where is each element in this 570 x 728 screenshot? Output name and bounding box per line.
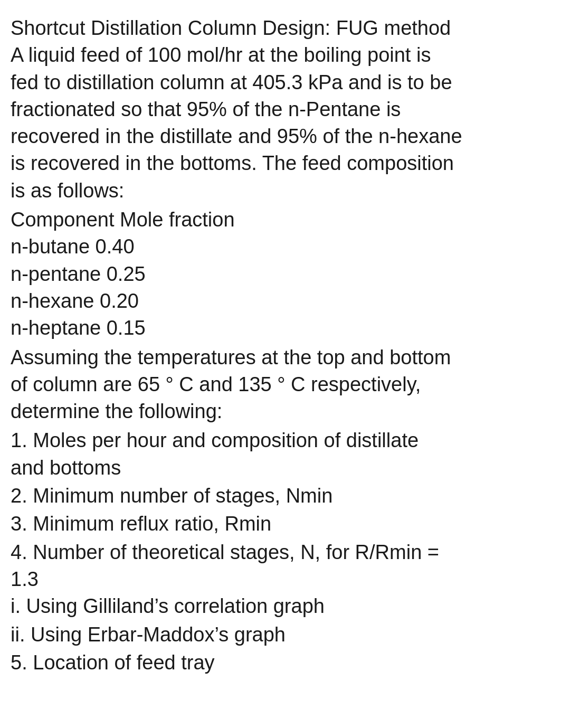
q4-line2: 1.3 [11,566,559,593]
component-table: Component Mole fraction n-butane 0.40 n-… [11,206,559,342]
q4-sub-ii: ii. Using Erbar-Maddox’s graph [11,621,559,648]
q4-line1: 4. Number of theoretical stages, N, for … [11,539,559,566]
table-row: n-butane 0.40 [11,233,559,260]
intro-line-1: Shortcut Distillation Column Design: FUG… [11,15,559,42]
table-header: Component Mole fraction [11,206,559,233]
main-content: Shortcut Distillation Column Design: FUG… [11,15,559,676]
component-1-name: n-butane [11,235,90,258]
intro-line-5: recovered in the distillate and 95% of t… [11,123,559,150]
q1-line2: and bottoms [11,455,559,481]
intro-line-7: is as follows: [11,177,559,204]
question-2: 2. Minimum number of stages, Nmin [11,483,559,509]
temp-line-1: Assuming the temperatures at the top and… [11,344,559,371]
intro-line-4: fractionated so that 95% of the n-Pentan… [11,96,559,123]
q4-sub-i: i. Using Gilliland’s correlation graph [11,593,559,620]
temperature-paragraph: Assuming the temperatures at the top and… [11,344,559,426]
question-5: 5. Location of feed tray [11,649,559,676]
intro-line-2: A liquid feed of 100 mol/hr at the boili… [11,42,559,69]
question-1: 1. Moles per hour and composition of dis… [11,427,559,481]
temp-line-3: determine the following: [11,398,559,425]
temp-line-2: of column are 65 ° C and 135 ° C respect… [11,371,559,398]
intro-paragraph: Shortcut Distillation Column Design: FUG… [11,15,559,204]
table-row: n-heptane 0.15 [11,315,559,342]
q1-line1: 1. Moles per hour and composition of dis… [11,427,559,454]
table-row: n-hexane 0.20 [11,288,559,315]
component-4-name: n-heptane [11,317,101,339]
question-4: 4. Number of theoretical stages, N, for … [11,539,559,648]
component-3-name: n-hexane [11,290,94,312]
intro-line-3: fed to distillation column at 405.3 kPa … [11,69,559,96]
table-row: n-pentane 0.25 [11,261,559,288]
intro-line-6: is recovered in the bottoms. The feed co… [11,150,559,177]
questions-list: 1. Moles per hour and composition of dis… [11,427,559,676]
question-3: 3. Minimum reflux ratio, Rmin [11,510,559,537]
component-2-name: n-pentane [11,263,101,285]
